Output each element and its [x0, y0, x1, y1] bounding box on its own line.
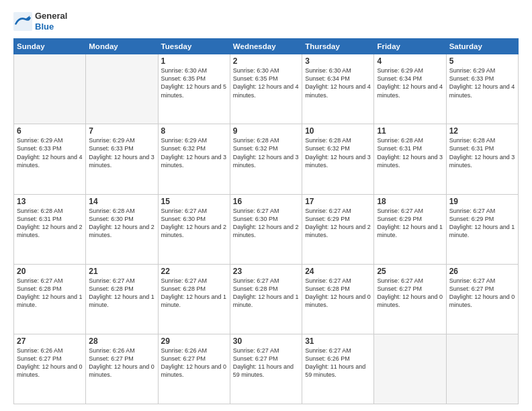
- day-number: 11: [377, 126, 443, 136]
- day-detail: Sunrise: 6:28 AMSunset: 6:32 PMDaylight:…: [305, 136, 371, 169]
- day-number: 3: [305, 56, 371, 66]
- calendar-cell: [86, 54, 158, 124]
- calendar-cell: 31Sunrise: 6:27 AMSunset: 6:26 PMDayligh…: [302, 334, 374, 404]
- day-detail: Sunrise: 6:27 AMSunset: 6:30 PMDaylight:…: [161, 207, 227, 240]
- day-detail: Sunrise: 6:26 AMSunset: 6:27 PMDaylight:…: [17, 347, 83, 379]
- day-detail: Sunrise: 6:30 AMSunset: 6:35 PMDaylight:…: [161, 66, 227, 99]
- weekday-header-monday: Monday: [86, 39, 158, 54]
- day-detail: Sunrise: 6:29 AMSunset: 6:33 PMDaylight:…: [89, 136, 154, 169]
- day-detail: Sunrise: 6:27 AMSunset: 6:28 PMDaylight:…: [17, 277, 83, 310]
- day-detail: Sunrise: 6:26 AMSunset: 6:27 PMDaylight:…: [89, 347, 154, 379]
- day-detail: Sunrise: 6:28 AMSunset: 6:32 PMDaylight:…: [233, 136, 299, 169]
- day-detail: Sunrise: 6:27 AMSunset: 6:29 PMDaylight:…: [377, 207, 443, 240]
- day-number: 23: [233, 267, 299, 276]
- calendar-cell: 7Sunrise: 6:29 AMSunset: 6:33 PMDaylight…: [86, 124, 158, 194]
- calendar-cell: [14, 54, 86, 124]
- day-number: 18: [377, 197, 443, 206]
- weekday-header-sunday: Sunday: [14, 39, 86, 54]
- day-detail: Sunrise: 6:27 AMSunset: 6:29 PMDaylight:…: [305, 207, 371, 240]
- weekday-header-saturday: Saturday: [446, 39, 518, 54]
- day-number: 7: [89, 126, 154, 136]
- logo-icon: [13, 12, 32, 31]
- calendar-cell: 6Sunrise: 6:29 AMSunset: 6:33 PMDaylight…: [14, 124, 86, 194]
- calendar-cell: 14Sunrise: 6:28 AMSunset: 6:30 PMDayligh…: [86, 194, 158, 264]
- day-detail: Sunrise: 6:27 AMSunset: 6:28 PMDaylight:…: [161, 277, 227, 310]
- day-number: 5: [449, 56, 515, 66]
- calendar-cell: 29Sunrise: 6:26 AMSunset: 6:27 PMDayligh…: [158, 334, 230, 404]
- day-number: 17: [305, 197, 371, 206]
- day-number: 24: [305, 267, 371, 276]
- day-number: 12: [449, 126, 515, 136]
- day-detail: Sunrise: 6:27 AMSunset: 6:27 PMDaylight:…: [377, 277, 443, 310]
- calendar-header-row: SundayMondayTuesdayWednesdayThursdayFrid…: [14, 39, 519, 54]
- calendar-cell: 27Sunrise: 6:26 AMSunset: 6:27 PMDayligh…: [14, 334, 86, 404]
- day-detail: Sunrise: 6:27 AMSunset: 6:28 PMDaylight:…: [233, 277, 299, 310]
- weekday-header-tuesday: Tuesday: [158, 39, 230, 54]
- calendar-cell: 22Sunrise: 6:27 AMSunset: 6:28 PMDayligh…: [158, 264, 230, 334]
- day-number: 26: [449, 267, 515, 276]
- calendar-cell: 13Sunrise: 6:28 AMSunset: 6:31 PMDayligh…: [14, 194, 86, 264]
- day-detail: Sunrise: 6:28 AMSunset: 6:30 PMDaylight:…: [89, 207, 154, 240]
- day-detail: Sunrise: 6:29 AMSunset: 6:33 PMDaylight:…: [17, 136, 83, 169]
- day-number: 31: [305, 336, 371, 346]
- day-number: 19: [449, 197, 515, 206]
- calendar-cell: 8Sunrise: 6:29 AMSunset: 6:32 PMDaylight…: [158, 124, 230, 194]
- day-detail: Sunrise: 6:27 AMSunset: 6:27 PMDaylight:…: [233, 347, 299, 379]
- day-number: 2: [233, 56, 299, 66]
- day-detail: Sunrise: 6:27 AMSunset: 6:26 PMDaylight:…: [305, 347, 371, 379]
- calendar-cell: 30Sunrise: 6:27 AMSunset: 6:27 PMDayligh…: [230, 334, 302, 404]
- weekday-header-wednesday: Wednesday: [230, 39, 302, 54]
- day-number: 28: [89, 336, 154, 346]
- calendar-cell: 20Sunrise: 6:27 AMSunset: 6:28 PMDayligh…: [14, 264, 86, 334]
- page-header: General Blue: [13, 11, 519, 32]
- calendar-week-row: 6Sunrise: 6:29 AMSunset: 6:33 PMDaylight…: [14, 124, 519, 194]
- day-number: 10: [305, 126, 371, 136]
- calendar-cell: 11Sunrise: 6:28 AMSunset: 6:31 PMDayligh…: [374, 124, 446, 194]
- day-number: 20: [17, 267, 83, 276]
- calendar-cell: 5Sunrise: 6:29 AMSunset: 6:33 PMDaylight…: [446, 54, 518, 124]
- day-detail: Sunrise: 6:27 AMSunset: 6:27 PMDaylight:…: [449, 277, 515, 310]
- calendar-cell: 10Sunrise: 6:28 AMSunset: 6:32 PMDayligh…: [302, 124, 374, 194]
- calendar-cell: [374, 334, 446, 404]
- day-detail: Sunrise: 6:29 AMSunset: 6:33 PMDaylight:…: [449, 66, 515, 99]
- calendar-cell: 9Sunrise: 6:28 AMSunset: 6:32 PMDaylight…: [230, 124, 302, 194]
- day-number: 9: [233, 126, 299, 136]
- calendar-cell: 2Sunrise: 6:30 AMSunset: 6:35 PMDaylight…: [230, 54, 302, 124]
- calendar-cell: 21Sunrise: 6:27 AMSunset: 6:28 PMDayligh…: [86, 264, 158, 334]
- calendar-cell: 26Sunrise: 6:27 AMSunset: 6:27 PMDayligh…: [446, 264, 518, 334]
- logo-text: General Blue: [35, 11, 67, 32]
- calendar-cell: 17Sunrise: 6:27 AMSunset: 6:29 PMDayligh…: [302, 194, 374, 264]
- calendar-cell: 24Sunrise: 6:27 AMSunset: 6:28 PMDayligh…: [302, 264, 374, 334]
- calendar-cell: 3Sunrise: 6:30 AMSunset: 6:34 PMDaylight…: [302, 54, 374, 124]
- day-number: 30: [233, 336, 299, 346]
- logo: General Blue: [13, 11, 67, 32]
- day-detail: Sunrise: 6:27 AMSunset: 6:28 PMDaylight:…: [89, 277, 154, 310]
- day-number: 14: [89, 197, 154, 206]
- weekday-header-friday: Friday: [374, 39, 446, 54]
- day-number: 21: [89, 267, 154, 276]
- day-number: 4: [377, 56, 443, 66]
- day-detail: Sunrise: 6:26 AMSunset: 6:27 PMDaylight:…: [161, 347, 227, 379]
- weekday-header-thursday: Thursday: [302, 39, 374, 54]
- calendar-week-row: 13Sunrise: 6:28 AMSunset: 6:31 PMDayligh…: [14, 194, 519, 264]
- day-number: 6: [17, 126, 83, 136]
- calendar-cell: 4Sunrise: 6:29 AMSunset: 6:34 PMDaylight…: [374, 54, 446, 124]
- day-number: 29: [161, 336, 227, 346]
- day-number: 22: [161, 267, 227, 276]
- calendar-cell: 15Sunrise: 6:27 AMSunset: 6:30 PMDayligh…: [158, 194, 230, 264]
- calendar-cell: 25Sunrise: 6:27 AMSunset: 6:27 PMDayligh…: [374, 264, 446, 334]
- day-number: 15: [161, 197, 227, 206]
- day-detail: Sunrise: 6:29 AMSunset: 6:32 PMDaylight:…: [161, 136, 227, 169]
- day-detail: Sunrise: 6:30 AMSunset: 6:34 PMDaylight:…: [305, 66, 371, 99]
- day-detail: Sunrise: 6:28 AMSunset: 6:31 PMDaylight:…: [449, 136, 515, 169]
- day-detail: Sunrise: 6:29 AMSunset: 6:34 PMDaylight:…: [377, 66, 443, 99]
- day-number: 16: [233, 197, 299, 206]
- calendar-week-row: 27Sunrise: 6:26 AMSunset: 6:27 PMDayligh…: [14, 334, 519, 404]
- day-detail: Sunrise: 6:28 AMSunset: 6:31 PMDaylight:…: [377, 136, 443, 169]
- calendar-cell: 19Sunrise: 6:27 AMSunset: 6:29 PMDayligh…: [446, 194, 518, 264]
- day-number: 13: [17, 197, 83, 206]
- calendar-cell: 12Sunrise: 6:28 AMSunset: 6:31 PMDayligh…: [446, 124, 518, 194]
- calendar-cell: 1Sunrise: 6:30 AMSunset: 6:35 PMDaylight…: [158, 54, 230, 124]
- day-number: 8: [161, 126, 227, 136]
- calendar-cell: 18Sunrise: 6:27 AMSunset: 6:29 PMDayligh…: [374, 194, 446, 264]
